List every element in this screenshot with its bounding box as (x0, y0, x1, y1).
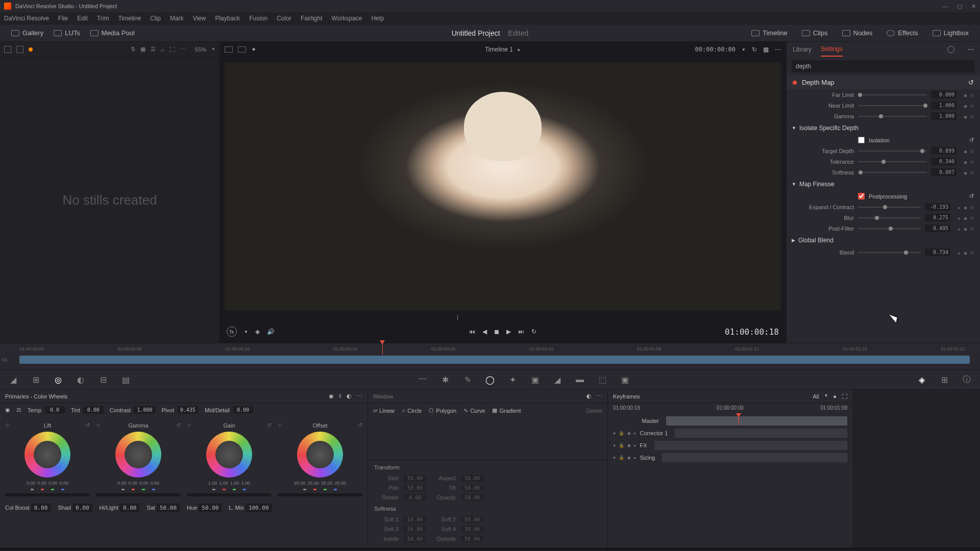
picker-icon[interactable]: ✎ (462, 374, 473, 385)
fx-header[interactable]: Depth Map ↺ (787, 76, 980, 89)
blur-icon[interactable]: ◢ (552, 374, 562, 385)
kf-master-row[interactable]: Master (608, 415, 852, 427)
menu-file[interactable]: File (58, 15, 68, 22)
pivot-value[interactable]: 0.435 (177, 406, 199, 414)
curve-icon[interactable]: 〰 (418, 374, 428, 385)
delete-button[interactable]: Delete (586, 408, 602, 414)
keyframes-toggle-icon[interactable]: ◈ (917, 374, 927, 385)
key-icon[interactable]: ▬ (575, 374, 585, 385)
kf-diamond-icon[interactable]: ◆ (964, 93, 968, 97)
menu-davinci[interactable]: DaVinci Resolve (4, 15, 49, 22)
scopes-toggle-icon[interactable]: ⊞ (939, 374, 949, 385)
gamma-wheel[interactable] (115, 432, 161, 478)
more-icon[interactable]: ⋯ (597, 393, 602, 399)
stop-icon[interactable]: ◼ (494, 328, 499, 335)
linear-button[interactable]: ▱Linear (373, 407, 395, 414)
minimize-icon[interactable]: — (942, 3, 948, 10)
blend-slider[interactable] (858, 252, 921, 253)
offset-master-wheel[interactable] (278, 493, 362, 496)
blur-value[interactable]: 0.275 (925, 214, 950, 221)
magic-icon[interactable]: ✦ (251, 46, 256, 53)
gamma-slider[interactable] (858, 116, 927, 117)
section-isolate[interactable]: ▼Isolate Specific Depth (787, 121, 980, 135)
menu-help[interactable]: Help (371, 15, 384, 22)
menu-workspace[interactable]: Workspace (332, 15, 362, 22)
mode-icon[interactable]: ◐ (586, 393, 592, 399)
polygon-button[interactable]: ⬠Polygon (429, 407, 456, 414)
tab-library[interactable]: Library (793, 43, 812, 56)
chevron-down-icon[interactable]: ▼ (211, 47, 215, 52)
target-depth-slider[interactable] (858, 151, 927, 152)
kf-reset-icon[interactable]: ↺ (970, 205, 974, 209)
menu-edit[interactable]: Edit (77, 15, 88, 22)
gamma-master-wheel[interactable] (96, 493, 181, 496)
mute-icon[interactable]: 🔊 (267, 328, 275, 335)
gain-wheel[interactable] (206, 432, 252, 478)
timeline-ruler[interactable]: 01:00:00:00 01:00:00:05 01:00:00:10 01:0… (0, 343, 980, 355)
expand-value[interactable]: -0.193 (925, 203, 950, 211)
nodes-button[interactable]: Nodes (837, 27, 878, 39)
timecode[interactable]: 01:00:00:18 (725, 327, 779, 337)
chevron-down-icon[interactable]: ▼ (517, 48, 521, 53)
duration[interactable]: 00:00:00:00 (695, 46, 736, 53)
tolerance-value[interactable]: 0.340 (931, 158, 957, 165)
prev-frame-icon[interactable]: ◀ (482, 328, 487, 335)
qualifier-icon[interactable]: ⊞ (31, 374, 41, 385)
record-icon[interactable] (29, 47, 33, 52)
wheels-icon[interactable]: ◎ (53, 374, 63, 385)
list-icon[interactable]: ☰ (151, 46, 156, 53)
more-icon[interactable]: ⋯ (357, 393, 362, 399)
middetail-value[interactable]: 0.00 (233, 406, 253, 414)
maximize-icon[interactable]: ▢ (957, 3, 962, 10)
section-finesse[interactable]: ▼Map Finesse (787, 178, 980, 191)
blur-slider[interactable] (858, 217, 921, 218)
isolation-checkbox[interactable] (858, 137, 865, 143)
expand-slider[interactable] (858, 207, 921, 208)
mode-icon[interactable]: ◉ (329, 393, 334, 399)
chevron-down-icon[interactable]: ▼ (244, 330, 248, 334)
target-depth-value[interactable]: 0.899 (931, 147, 957, 155)
far-limit-value[interactable]: 0.000 (931, 91, 957, 98)
gradient-button[interactable]: ▦Gradient (492, 407, 521, 414)
expand-icon[interactable]: ⛶ (842, 393, 847, 399)
menu-color[interactable]: Color (277, 15, 291, 22)
magic-mask-icon[interactable]: ▣ (530, 374, 540, 385)
menu-view[interactable]: View (193, 15, 206, 22)
reset-icon[interactable]: ↺ (85, 422, 90, 429)
balance-icon[interactable]: ⚖ (16, 407, 21, 413)
gamma-value[interactable]: 1.000 (931, 112, 957, 120)
3d-icon[interactable]: ▣ (620, 374, 630, 385)
chevron-down-icon[interactable]: ▼ (742, 47, 746, 52)
info-icon[interactable]: ⓘ (962, 374, 972, 385)
tolerance-slider[interactable] (858, 161, 927, 162)
bars-icon[interactable]: ⦀ (339, 393, 341, 399)
softness-value[interactable]: 0.007 (931, 168, 957, 176)
menu-clip[interactable]: Clip (150, 15, 161, 22)
gallery-button[interactable]: Gallery (6, 27, 48, 39)
softness-slider[interactable] (858, 172, 927, 173)
curves-tool-icon[interactable]: ◢ (8, 374, 18, 385)
viewer-image[interactable] (225, 62, 781, 310)
custom-icon[interactable]: ◐ (76, 374, 86, 385)
grid-icon[interactable]: ▦ (140, 46, 145, 53)
picker-icon[interactable]: ◉ (5, 407, 10, 413)
tab-settings[interactable]: Settings (821, 42, 843, 57)
kf-corrector-row[interactable]: ●🔒◆▸Corrector 1 (608, 427, 852, 439)
highlight-icon[interactable] (225, 46, 233, 53)
lightbox-button[interactable]: Lightbox (927, 27, 974, 39)
far-limit-slider[interactable] (858, 94, 927, 95)
effects-button[interactable]: Effects (881, 27, 923, 39)
menu-mark[interactable]: Mark (170, 15, 184, 22)
search-icon[interactable] (947, 46, 954, 53)
next-frame-icon[interactable]: ⏭ (518, 328, 524, 335)
search-input[interactable] (792, 60, 975, 72)
warper-icon[interactable]: ✱ (440, 374, 450, 385)
kf-dot-icon[interactable]: ● (833, 393, 837, 399)
playhead[interactable] (382, 343, 383, 355)
loop-toggle-icon[interactable]: ↻ (531, 328, 536, 335)
window-icon[interactable]: ◯ (485, 374, 495, 385)
video-track[interactable] (19, 356, 970, 364)
reset-icon[interactable]: ↺ (969, 193, 974, 199)
temp-value[interactable]: 0.0 (44, 406, 65, 414)
postproc-checkbox[interactable] (858, 193, 865, 199)
